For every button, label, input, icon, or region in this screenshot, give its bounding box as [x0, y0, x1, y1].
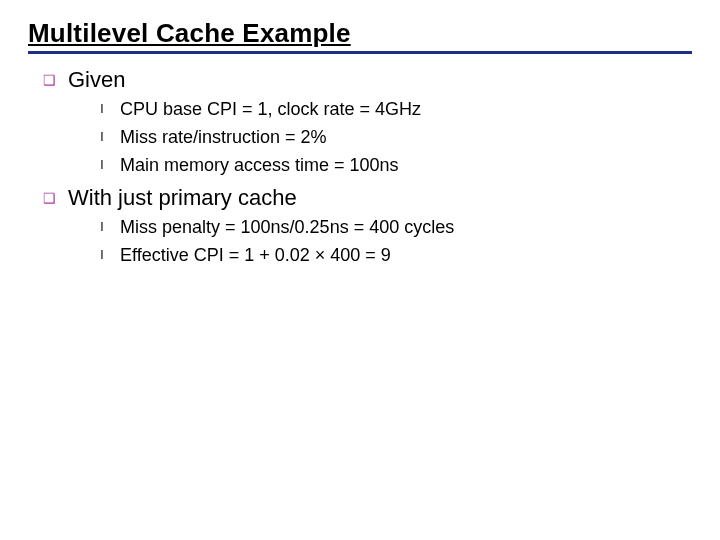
slide-title: Multilevel Cache Example: [28, 18, 692, 49]
square-bullet-icon: ❑: [42, 68, 56, 92]
list-item: l Miss rate/instruction = 2%: [98, 126, 692, 148]
section-header-row: ❑ With just primary cache: [42, 186, 692, 210]
section-label: With just primary cache: [68, 186, 297, 210]
title-underline: [28, 51, 692, 54]
sub-bullet-icon: l: [98, 244, 106, 266]
section-header-row: ❑ Given: [42, 68, 692, 92]
list-item-text: Miss rate/instruction = 2%: [120, 126, 327, 148]
list-item: l Main memory access time = 100ns: [98, 154, 692, 176]
list-item: l Miss penalty = 100ns/0.25ns = 400 cycl…: [98, 216, 692, 238]
slide: Multilevel Cache Example ❑ Given l CPU b…: [0, 0, 720, 540]
list-item: l CPU base CPI = 1, clock rate = 4GHz: [98, 98, 692, 120]
sub-bullet-icon: l: [98, 154, 106, 176]
section-with-primary-cache: ❑ With just primary cache l Miss penalty…: [42, 186, 692, 266]
sublist: l CPU base CPI = 1, clock rate = 4GHz l …: [98, 98, 692, 176]
list-item-text: Effective CPI = 1 + 0.02 × 400 = 9: [120, 244, 391, 266]
sub-bullet-icon: l: [98, 126, 106, 148]
list-item-text: Miss penalty = 100ns/0.25ns = 400 cycles: [120, 216, 454, 238]
sublist: l Miss penalty = 100ns/0.25ns = 400 cycl…: [98, 216, 692, 266]
square-bullet-icon: ❑: [42, 186, 56, 210]
sub-bullet-icon: l: [98, 216, 106, 238]
list-item: l Effective CPI = 1 + 0.02 × 400 = 9: [98, 244, 692, 266]
list-item-text: CPU base CPI = 1, clock rate = 4GHz: [120, 98, 421, 120]
section-given: ❑ Given l CPU base CPI = 1, clock rate =…: [42, 68, 692, 176]
section-label: Given: [68, 68, 125, 92]
list-item-text: Main memory access time = 100ns: [120, 154, 399, 176]
sub-bullet-icon: l: [98, 98, 106, 120]
